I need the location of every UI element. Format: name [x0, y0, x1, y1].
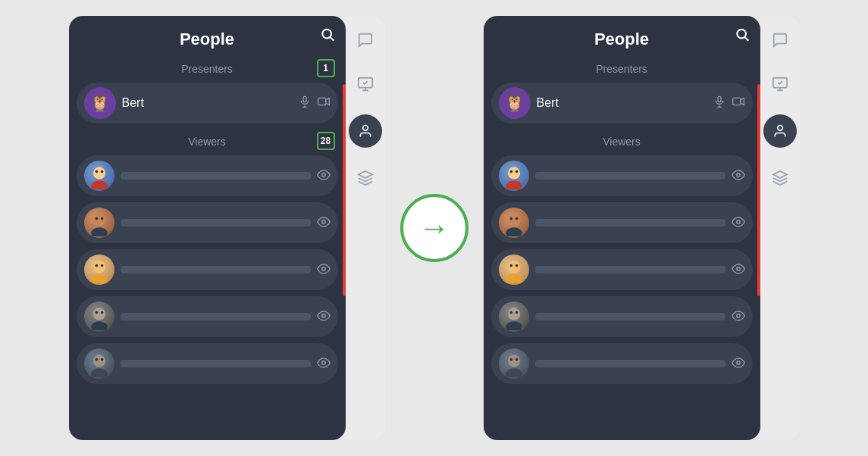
left-eye-icon-1[interactable] — [317, 170, 331, 183]
svg-marker-69 — [772, 171, 786, 178]
left-people-icon[interactable] — [349, 114, 382, 148]
left-viewer-avatar-1 — [84, 161, 114, 191]
right-mic-icon[interactable] — [713, 95, 725, 111]
left-viewer-row-1 — [77, 155, 338, 196]
svg-rect-5 — [318, 98, 325, 105]
svg-point-64 — [509, 358, 512, 361]
svg-point-9 — [95, 170, 98, 173]
svg-point-59 — [509, 311, 512, 314]
svg-point-56 — [736, 267, 740, 270]
svg-point-54 — [509, 264, 512, 267]
left-mic-icon[interactable] — [299, 95, 311, 111]
svg-point-45 — [515, 170, 518, 173]
left-eye-icon-4[interactable] — [317, 311, 331, 323]
svg-point-7 — [92, 167, 105, 179]
right-viewer-row-2 — [491, 202, 753, 243]
right-screen-share-icon[interactable] — [766, 70, 794, 98]
right-viewer-spacer-1 — [535, 172, 725, 180]
svg-point-53 — [506, 274, 522, 283]
svg-line-36 — [744, 37, 748, 41]
left-viewer-badge: 28 — [317, 132, 335, 150]
right-eye-icon-3[interactable] — [732, 264, 745, 276]
right-viewer-avatar-4 — [499, 301, 529, 332]
right-viewer-avatar-2 — [499, 208, 529, 238]
right-viewer-row-4 — [491, 296, 753, 337]
svg-point-31 — [321, 361, 325, 364]
right-video-icon[interactable] — [732, 95, 745, 111]
right-panel-title: People — [594, 30, 649, 49]
svg-point-65 — [515, 358, 518, 361]
left-viewer-spacer-5 — [121, 360, 311, 367]
right-people-icon[interactable] — [763, 114, 797, 148]
right-presenter-avatar: 🦉 — [499, 87, 531, 119]
svg-point-52 — [507, 261, 519, 273]
right-viewer-row-5 — [491, 343, 753, 384]
right-sidebar — [760, 16, 800, 440]
svg-point-29 — [95, 358, 98, 361]
right-layers-icon[interactable] — [766, 164, 794, 192]
right-viewer-spacer-4 — [535, 313, 725, 320]
left-eye-icon-3[interactable] — [317, 264, 331, 276]
left-chat-icon[interactable] — [352, 27, 379, 54]
right-viewer-spacer-5 — [535, 360, 725, 367]
svg-point-47 — [507, 214, 519, 226]
arrow-circle: → — [400, 194, 468, 262]
svg-point-14 — [95, 217, 98, 220]
right-eye-icon-2[interactable] — [732, 217, 745, 230]
left-presenter-row: 🦉 Bert — [77, 83, 338, 123]
right-chat-icon[interactable] — [766, 27, 794, 54]
left-people-panel: People Presenters 1 🦉 Bert — [69, 16, 346, 440]
svg-rect-40 — [732, 98, 740, 105]
left-presenters-label: Presenters 1 — [69, 57, 346, 80]
right-eye-icon-5[interactable] — [732, 358, 745, 370]
svg-rect-2 — [303, 96, 306, 102]
left-search-button[interactable] — [320, 27, 335, 46]
svg-point-61 — [736, 314, 740, 317]
left-viewer-avatar-2 — [84, 208, 114, 238]
svg-point-28 — [91, 368, 108, 377]
svg-point-51 — [736, 220, 740, 223]
svg-point-50 — [515, 217, 518, 220]
svg-point-15 — [100, 217, 103, 220]
svg-point-11 — [321, 173, 325, 176]
svg-point-48 — [506, 227, 522, 236]
left-presenter-badge: 1 — [317, 59, 335, 77]
svg-point-58 — [506, 321, 522, 330]
left-screen-share-icon[interactable] — [352, 70, 379, 98]
left-viewer-spacer-2 — [121, 219, 311, 226]
svg-point-30 — [100, 358, 103, 361]
right-viewer-row-3 — [491, 249, 753, 290]
svg-point-25 — [100, 311, 103, 314]
svg-point-49 — [509, 217, 512, 220]
svg-point-10 — [100, 170, 103, 173]
right-viewer-avatar-1 — [499, 161, 529, 191]
left-sidebar — [346, 16, 385, 440]
left-panel-title: People — [180, 30, 234, 49]
left-viewer-row-2 — [77, 202, 338, 243]
left-panel-header: People — [69, 16, 346, 57]
svg-point-24 — [95, 311, 98, 314]
right-people-panel: People Presenters 🦉 Bert — [484, 16, 760, 440]
svg-point-22 — [92, 308, 105, 320]
left-presenter-name: Bert — [122, 96, 293, 110]
right-eye-icon-1[interactable] — [732, 170, 745, 183]
left-viewer-row-5 — [77, 343, 338, 384]
left-viewer-spacer-3 — [121, 266, 311, 273]
left-eye-icon-2[interactable] — [317, 217, 331, 230]
right-search-button[interactable] — [735, 27, 750, 46]
svg-point-68 — [777, 126, 782, 131]
svg-point-63 — [506, 368, 522, 377]
left-viewer-row-4 — [77, 296, 338, 337]
left-video-icon[interactable] — [317, 95, 331, 111]
svg-line-1 — [330, 37, 334, 41]
left-eye-icon-5[interactable] — [317, 358, 331, 370]
left-viewer-spacer-1 — [121, 172, 311, 180]
left-layers-icon[interactable] — [352, 164, 379, 192]
svg-point-17 — [92, 261, 105, 273]
right-viewer-avatar-3 — [499, 255, 529, 285]
right-presenter-row: 🦉 Bert — [491, 83, 753, 123]
left-viewer-row-3 — [77, 249, 338, 290]
left-scroll-bar — [343, 84, 346, 296]
right-eye-icon-4[interactable] — [732, 311, 745, 323]
svg-point-46 — [736, 173, 740, 176]
